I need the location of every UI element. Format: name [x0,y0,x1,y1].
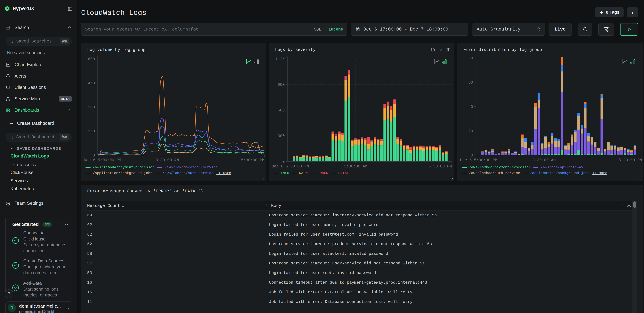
svg-text:0: 0 [282,159,285,164]
svg-text:60: 60 [468,80,473,85]
svg-text:0: 0 [92,153,95,158]
svg-text:450: 450 [88,81,95,86]
svg-text:3:30:00 AM: 3:30:00 AM [532,158,556,162]
svg-text:300: 300 [88,105,95,110]
svg-text:600: 600 [278,108,285,113]
svg-text:80: 80 [468,56,473,61]
svg-text:20: 20 [468,129,473,133]
svg-text:0: 0 [471,153,473,158]
svg-text:40: 40 [468,105,473,109]
svg-text:5:30:00 PM: 5:30:00 PM [619,158,642,162]
svg-text:5:30:00 PM: 5:30:00 PM [241,158,264,162]
svg-text:5:30:00 PM: 5:30:00 PM [428,164,452,169]
svg-text:300: 300 [278,134,285,138]
svg-text:3:30:00 AM: 3:30:00 AM [156,158,179,162]
svg-text:600: 600 [88,57,95,61]
svg-text:3:30:00 AM: 3:30:00 AM [344,164,367,169]
svg-text:Dec 6 5:00:00 PM: Dec 6 5:00:00 PM [84,158,121,162]
svg-text:1.2K: 1.2K [275,57,285,61]
svg-text:Dec 6 5:00:00 PM: Dec 6 5:00:00 PM [460,158,497,162]
svg-text:150: 150 [88,129,95,134]
svg-text:Dec 6 5:00:00 PM: Dec 6 5:00:00 PM [272,164,309,169]
svg-text:900: 900 [278,83,285,87]
